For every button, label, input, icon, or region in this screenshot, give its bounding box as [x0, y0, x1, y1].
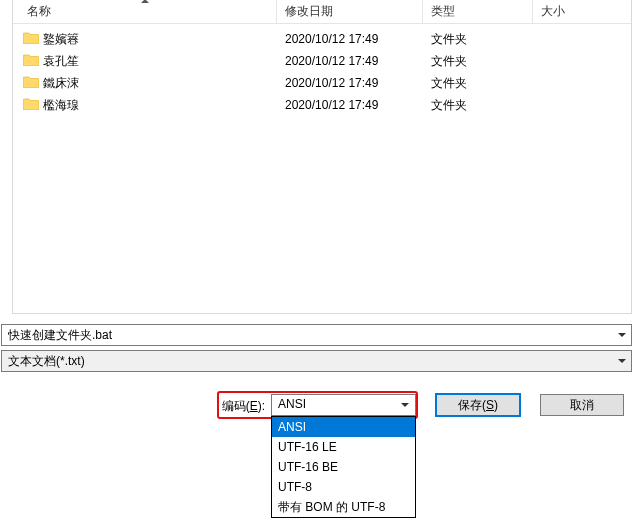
column-header-name[interactable]: 名称 [13, 0, 277, 23]
file-date: 2020/10/12 17:49 [277, 98, 423, 112]
folder-icon [23, 53, 39, 69]
filename-input[interactable] [1, 324, 632, 346]
encoding-option[interactable]: UTF-16 LE [272, 437, 415, 457]
column-header-size-label: 大小 [541, 3, 565, 20]
filename-row [1, 324, 632, 346]
column-header-name-label: 名称 [27, 3, 51, 20]
column-header-date-label: 修改日期 [285, 3, 333, 20]
folder-icon [23, 31, 39, 47]
encoding-option[interactable]: 带有 BOM 的 UTF-8 [272, 497, 415, 517]
filetype-row [1, 350, 632, 372]
column-header-type[interactable]: 类型 [423, 0, 533, 23]
column-header-size[interactable]: 大小 [533, 0, 631, 23]
controls-row: 编码(E): ANSI ANSIUTF-16 LEUTF-16 BEUTF-8带… [0, 394, 624, 416]
bottom-fields [1, 324, 632, 372]
file-type: 文件夹 [423, 97, 533, 114]
column-header-date[interactable]: 修改日期 [277, 0, 423, 23]
encoding-area: ANSI ANSIUTF-16 LEUTF-16 BEUTF-8带有 BOM 的… [271, 394, 416, 416]
chevron-down-icon [401, 403, 409, 407]
table-row[interactable]: 鐵床涑2020/10/12 17:49文件夹 [13, 72, 631, 94]
file-date: 2020/10/12 17:49 [277, 76, 423, 90]
encoding-option[interactable]: UTF-8 [272, 477, 415, 497]
file-name: 鐵床涑 [43, 75, 79, 92]
file-type: 文件夹 [423, 31, 533, 48]
folder-icon [23, 97, 39, 113]
encoding-dropdown: ANSIUTF-16 LEUTF-16 BEUTF-8带有 BOM 的 UTF-… [271, 416, 416, 518]
file-date: 2020/10/12 17:49 [277, 54, 423, 68]
table-row[interactable]: 鐜嬪簭2020/10/12 17:49文件夹 [13, 28, 631, 50]
encoding-selected-value: ANSI [278, 397, 306, 411]
folder-icon [23, 75, 39, 91]
file-name: 袁孔笙 [43, 53, 79, 70]
file-type: 文件夹 [423, 53, 533, 70]
file-name: 鐜嬪簭 [43, 31, 79, 48]
encoding-option[interactable]: ANSI [272, 417, 415, 437]
cancel-button[interactable]: 取消 [540, 394, 624, 416]
file-list: 鐜嬪簭2020/10/12 17:49文件夹袁孔笙2020/10/12 17:4… [13, 24, 631, 116]
columns-header: 名称 修改日期 类型 大小 [13, 0, 631, 24]
table-row[interactable]: 袁孔笙2020/10/12 17:49文件夹 [13, 50, 631, 72]
filetype-select[interactable] [1, 350, 632, 372]
encoding-select[interactable]: ANSI [271, 394, 416, 416]
file-date: 2020/10/12 17:49 [277, 32, 423, 46]
sort-ascending-icon [141, 0, 149, 3]
encoding-label: 编码(E): [222, 398, 265, 415]
column-header-type-label: 类型 [431, 3, 455, 20]
file-name: 檻海瑔 [43, 97, 79, 114]
file-list-pane: 名称 修改日期 类型 大小 鐜嬪簭2020/10/12 17:49文件夹袁孔笙2… [12, 0, 632, 314]
save-button[interactable]: 保存(S) [436, 394, 520, 416]
file-type: 文件夹 [423, 75, 533, 92]
table-row[interactable]: 檻海瑔2020/10/12 17:49文件夹 [13, 94, 631, 116]
encoding-option[interactable]: UTF-16 BE [272, 457, 415, 477]
